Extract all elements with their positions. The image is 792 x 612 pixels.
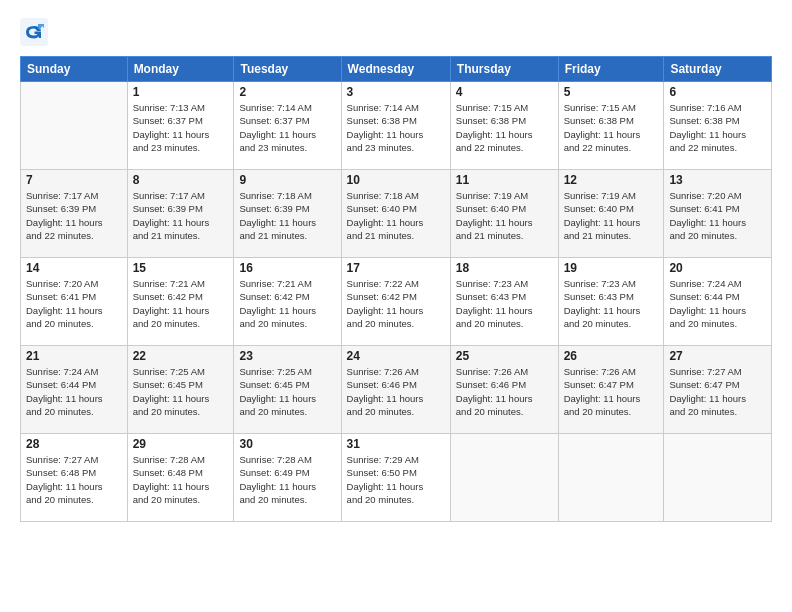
day-number: 15: [133, 261, 229, 275]
day-info: Sunrise: 7:28 AM Sunset: 6:49 PM Dayligh…: [239, 453, 335, 506]
day-number: 29: [133, 437, 229, 451]
calendar-cell: 31Sunrise: 7:29 AM Sunset: 6:50 PM Dayli…: [341, 434, 450, 522]
calendar-cell: [664, 434, 772, 522]
day-header-monday: Monday: [127, 57, 234, 82]
day-info: Sunrise: 7:14 AM Sunset: 6:38 PM Dayligh…: [347, 101, 445, 154]
calendar-cell: 7Sunrise: 7:17 AM Sunset: 6:39 PM Daylig…: [21, 170, 128, 258]
day-info: Sunrise: 7:20 AM Sunset: 6:41 PM Dayligh…: [26, 277, 122, 330]
day-number: 12: [564, 173, 659, 187]
day-header-friday: Friday: [558, 57, 664, 82]
day-info: Sunrise: 7:24 AM Sunset: 6:44 PM Dayligh…: [26, 365, 122, 418]
calendar-cell: 5Sunrise: 7:15 AM Sunset: 6:38 PM Daylig…: [558, 82, 664, 170]
day-info: Sunrise: 7:19 AM Sunset: 6:40 PM Dayligh…: [564, 189, 659, 242]
day-header-thursday: Thursday: [450, 57, 558, 82]
calendar-cell: 23Sunrise: 7:25 AM Sunset: 6:45 PM Dayli…: [234, 346, 341, 434]
day-number: 25: [456, 349, 553, 363]
calendar-cell: 29Sunrise: 7:28 AM Sunset: 6:48 PM Dayli…: [127, 434, 234, 522]
day-info: Sunrise: 7:20 AM Sunset: 6:41 PM Dayligh…: [669, 189, 766, 242]
day-number: 8: [133, 173, 229, 187]
day-info: Sunrise: 7:18 AM Sunset: 6:40 PM Dayligh…: [347, 189, 445, 242]
day-number: 28: [26, 437, 122, 451]
day-info: Sunrise: 7:19 AM Sunset: 6:40 PM Dayligh…: [456, 189, 553, 242]
calendar-cell: 11Sunrise: 7:19 AM Sunset: 6:40 PM Dayli…: [450, 170, 558, 258]
page: SundayMondayTuesdayWednesdayThursdayFrid…: [0, 0, 792, 612]
day-number: 7: [26, 173, 122, 187]
calendar-cell: 18Sunrise: 7:23 AM Sunset: 6:43 PM Dayli…: [450, 258, 558, 346]
day-info: Sunrise: 7:25 AM Sunset: 6:45 PM Dayligh…: [133, 365, 229, 418]
calendar-cell: 30Sunrise: 7:28 AM Sunset: 6:49 PM Dayli…: [234, 434, 341, 522]
calendar-table: SundayMondayTuesdayWednesdayThursdayFrid…: [20, 56, 772, 522]
day-info: Sunrise: 7:23 AM Sunset: 6:43 PM Dayligh…: [564, 277, 659, 330]
week-row-3: 14Sunrise: 7:20 AM Sunset: 6:41 PM Dayli…: [21, 258, 772, 346]
calendar-cell: 16Sunrise: 7:21 AM Sunset: 6:42 PM Dayli…: [234, 258, 341, 346]
calendar-header-row: SundayMondayTuesdayWednesdayThursdayFrid…: [21, 57, 772, 82]
day-number: 22: [133, 349, 229, 363]
calendar-cell: 8Sunrise: 7:17 AM Sunset: 6:39 PM Daylig…: [127, 170, 234, 258]
day-number: 20: [669, 261, 766, 275]
logo: [20, 18, 52, 46]
calendar-cell: 24Sunrise: 7:26 AM Sunset: 6:46 PM Dayli…: [341, 346, 450, 434]
calendar-cell: 26Sunrise: 7:26 AM Sunset: 6:47 PM Dayli…: [558, 346, 664, 434]
calendar-cell: 22Sunrise: 7:25 AM Sunset: 6:45 PM Dayli…: [127, 346, 234, 434]
day-info: Sunrise: 7:23 AM Sunset: 6:43 PM Dayligh…: [456, 277, 553, 330]
day-info: Sunrise: 7:27 AM Sunset: 6:48 PM Dayligh…: [26, 453, 122, 506]
calendar-cell: 17Sunrise: 7:22 AM Sunset: 6:42 PM Dayli…: [341, 258, 450, 346]
calendar-cell: 28Sunrise: 7:27 AM Sunset: 6:48 PM Dayli…: [21, 434, 128, 522]
calendar-cell: 3Sunrise: 7:14 AM Sunset: 6:38 PM Daylig…: [341, 82, 450, 170]
day-info: Sunrise: 7:21 AM Sunset: 6:42 PM Dayligh…: [133, 277, 229, 330]
calendar-cell: [558, 434, 664, 522]
day-number: 2: [239, 85, 335, 99]
calendar-cell: 19Sunrise: 7:23 AM Sunset: 6:43 PM Dayli…: [558, 258, 664, 346]
day-number: 3: [347, 85, 445, 99]
day-number: 19: [564, 261, 659, 275]
day-info: Sunrise: 7:17 AM Sunset: 6:39 PM Dayligh…: [133, 189, 229, 242]
day-info: Sunrise: 7:21 AM Sunset: 6:42 PM Dayligh…: [239, 277, 335, 330]
day-info: Sunrise: 7:14 AM Sunset: 6:37 PM Dayligh…: [239, 101, 335, 154]
day-number: 16: [239, 261, 335, 275]
day-info: Sunrise: 7:16 AM Sunset: 6:38 PM Dayligh…: [669, 101, 766, 154]
calendar-cell: 1Sunrise: 7:13 AM Sunset: 6:37 PM Daylig…: [127, 82, 234, 170]
day-info: Sunrise: 7:25 AM Sunset: 6:45 PM Dayligh…: [239, 365, 335, 418]
day-number: 13: [669, 173, 766, 187]
day-number: 4: [456, 85, 553, 99]
day-info: Sunrise: 7:13 AM Sunset: 6:37 PM Dayligh…: [133, 101, 229, 154]
day-number: 5: [564, 85, 659, 99]
calendar-cell: 27Sunrise: 7:27 AM Sunset: 6:47 PM Dayli…: [664, 346, 772, 434]
calendar-cell: 25Sunrise: 7:26 AM Sunset: 6:46 PM Dayli…: [450, 346, 558, 434]
day-header-sunday: Sunday: [21, 57, 128, 82]
week-row-5: 28Sunrise: 7:27 AM Sunset: 6:48 PM Dayli…: [21, 434, 772, 522]
day-number: 14: [26, 261, 122, 275]
day-number: 1: [133, 85, 229, 99]
day-header-saturday: Saturday: [664, 57, 772, 82]
calendar-cell: 13Sunrise: 7:20 AM Sunset: 6:41 PM Dayli…: [664, 170, 772, 258]
calendar-cell: [450, 434, 558, 522]
calendar-cell: 21Sunrise: 7:24 AM Sunset: 6:44 PM Dayli…: [21, 346, 128, 434]
day-number: 26: [564, 349, 659, 363]
day-number: 27: [669, 349, 766, 363]
day-info: Sunrise: 7:15 AM Sunset: 6:38 PM Dayligh…: [564, 101, 659, 154]
day-number: 31: [347, 437, 445, 451]
calendar-cell: 20Sunrise: 7:24 AM Sunset: 6:44 PM Dayli…: [664, 258, 772, 346]
calendar-cell: [21, 82, 128, 170]
day-number: 11: [456, 173, 553, 187]
calendar-cell: 14Sunrise: 7:20 AM Sunset: 6:41 PM Dayli…: [21, 258, 128, 346]
calendar-cell: 12Sunrise: 7:19 AM Sunset: 6:40 PM Dayli…: [558, 170, 664, 258]
day-info: Sunrise: 7:17 AM Sunset: 6:39 PM Dayligh…: [26, 189, 122, 242]
day-info: Sunrise: 7:15 AM Sunset: 6:38 PM Dayligh…: [456, 101, 553, 154]
day-number: 30: [239, 437, 335, 451]
day-info: Sunrise: 7:27 AM Sunset: 6:47 PM Dayligh…: [669, 365, 766, 418]
day-info: Sunrise: 7:26 AM Sunset: 6:46 PM Dayligh…: [456, 365, 553, 418]
calendar-cell: 2Sunrise: 7:14 AM Sunset: 6:37 PM Daylig…: [234, 82, 341, 170]
header: [20, 18, 772, 46]
calendar-cell: 10Sunrise: 7:18 AM Sunset: 6:40 PM Dayli…: [341, 170, 450, 258]
svg-rect-0: [20, 18, 48, 46]
day-info: Sunrise: 7:26 AM Sunset: 6:47 PM Dayligh…: [564, 365, 659, 418]
day-info: Sunrise: 7:29 AM Sunset: 6:50 PM Dayligh…: [347, 453, 445, 506]
day-number: 6: [669, 85, 766, 99]
calendar-cell: 6Sunrise: 7:16 AM Sunset: 6:38 PM Daylig…: [664, 82, 772, 170]
day-number: 23: [239, 349, 335, 363]
day-info: Sunrise: 7:18 AM Sunset: 6:39 PM Dayligh…: [239, 189, 335, 242]
calendar-cell: 4Sunrise: 7:15 AM Sunset: 6:38 PM Daylig…: [450, 82, 558, 170]
logo-icon: [20, 18, 48, 46]
calendar-cell: 9Sunrise: 7:18 AM Sunset: 6:39 PM Daylig…: [234, 170, 341, 258]
